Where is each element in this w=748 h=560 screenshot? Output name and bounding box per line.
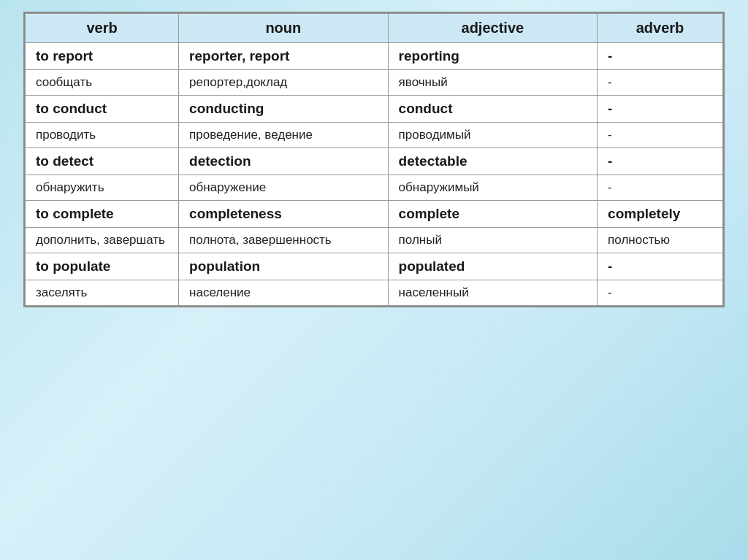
- cell-verb: to complete: [26, 201, 179, 228]
- cell-adj: полный: [388, 228, 598, 253]
- cell-noun: проведение, ведение: [179, 123, 389, 148]
- cell-adv: -: [598, 96, 723, 123]
- cell-adj: населенный: [388, 280, 598, 306]
- cell-noun: население: [179, 280, 389, 306]
- cell-verb: заселять: [26, 280, 179, 306]
- cell-noun: conducting: [179, 96, 389, 123]
- cell-adj: detectable: [388, 148, 598, 175]
- table-row: to completecompletenesscompletecompletel…: [26, 201, 723, 228]
- cell-verb: to conduct: [26, 96, 179, 123]
- title-area: [0, 0, 748, 12]
- derivatives-table: verb noun adjective adverb to reportrepo…: [25, 13, 723, 306]
- cell-adj: reporting: [388, 43, 598, 70]
- table-header-row: verb noun adjective adverb: [26, 14, 723, 43]
- cell-verb: сообщать: [26, 70, 179, 96]
- cell-adv: -: [598, 253, 723, 280]
- cell-noun: полнота, завершенность: [179, 228, 389, 253]
- table-row: to populatepopulationpopulated-: [26, 253, 723, 280]
- cell-adj: conduct: [388, 96, 598, 123]
- cell-adv: -: [598, 43, 723, 70]
- cell-noun: reporter, report: [179, 43, 389, 70]
- header-noun: noun: [179, 14, 389, 43]
- cell-adj: обнаружимый: [388, 175, 598, 201]
- cell-noun: репортер,доклад: [179, 70, 389, 96]
- cell-adj: populated: [388, 253, 598, 280]
- cell-adv: -: [598, 280, 723, 306]
- cell-verb: to detect: [26, 148, 179, 175]
- table-row: to conductconductingconduct-: [26, 96, 723, 123]
- cell-verb: to populate: [26, 253, 179, 280]
- cell-adv: полностью: [598, 228, 723, 253]
- cell-adv: -: [598, 175, 723, 201]
- cell-noun: обнаружение: [179, 175, 389, 201]
- cell-noun: completeness: [179, 201, 389, 228]
- table-row: to detectdetectiondetectable-: [26, 148, 723, 175]
- table-row: заселятьнаселениенаселенный-: [26, 280, 723, 306]
- header-verb: verb: [26, 14, 179, 43]
- cell-adv: -: [598, 70, 723, 96]
- table-row: проводитьпроведение, ведениепроводимый-: [26, 123, 723, 148]
- cell-adj: явочный: [388, 70, 598, 96]
- table-wrapper: verb noun adjective adverb to reportrepo…: [23, 12, 725, 307]
- cell-noun: detection: [179, 148, 389, 175]
- cell-adv: completely: [598, 201, 723, 228]
- cell-adj: проводимый: [388, 123, 598, 148]
- cell-verb: to report: [26, 43, 179, 70]
- table-row: обнаружитьобнаружениеобнаружимый-: [26, 175, 723, 201]
- cell-adv: -: [598, 123, 723, 148]
- cell-adj: complete: [388, 201, 598, 228]
- table-row: to reportreporter, reportreporting-: [26, 43, 723, 70]
- table-row: сообщатьрепортер,докладявочный-: [26, 70, 723, 96]
- cell-adv: -: [598, 148, 723, 175]
- cell-verb: дополнить, завершать: [26, 228, 179, 253]
- table-row: дополнить, завершатьполнота, завершеннос…: [26, 228, 723, 253]
- cell-verb: обнаружить: [26, 175, 179, 201]
- header-adv: adverb: [598, 14, 723, 43]
- cell-verb: проводить: [26, 123, 179, 148]
- header-adj: adjective: [388, 14, 598, 43]
- cell-noun: population: [179, 253, 389, 280]
